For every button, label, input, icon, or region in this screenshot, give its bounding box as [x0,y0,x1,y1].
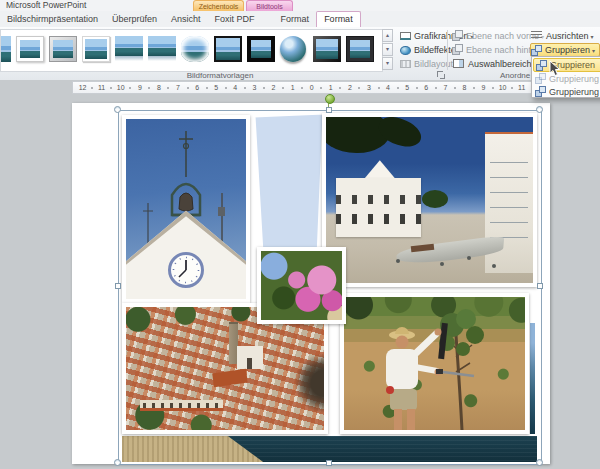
picture-layout-button[interactable]: Bildlayout [399,57,445,70]
ruler-number: 7 [436,82,455,93]
picture-style-white-thin-frame[interactable] [82,36,110,62]
selection-handle-right-middle[interactable] [537,283,543,289]
ruler-number: 0 [302,82,321,93]
contextual-tab-zeichentools[interactable]: Zeichentools [193,0,244,11]
selection-handle-top-right[interactable] [536,106,543,113]
picture-effects-icon [400,46,411,55]
align-button[interactable]: Ausrichten [530,29,600,42]
picture-style-metal-frame[interactable] [49,36,77,62]
ruler-number: 7 [168,82,187,93]
style-preview-image [0,36,11,62]
tab-ansicht[interactable]: Ansicht [164,12,208,27]
menu-item-gruppierung-wiederherstellen[interactable]: Gruppierung wied [533,72,600,85]
selection-handle-bottom-left[interactable] [114,459,121,466]
town-hall-gable [363,160,396,180]
ruler-number: 11 [512,82,531,93]
ruler-number: 6 [417,82,436,93]
style-preview-image [148,36,176,56]
tab-format-zeichentools[interactable]: Format [274,12,317,27]
jetty-stone-area [122,436,537,462]
style-preview-image [280,36,306,62]
picture-style-black-thin-frame[interactable] [214,36,242,62]
ribbon-group-labels: Bildformatvorlagen Anordne [0,71,600,80]
style-preview-image [350,40,370,58]
selection-handle-top-left[interactable] [114,106,121,113]
photo-man-pruning-tree[interactable] [340,293,529,434]
picture-style-metal-sphere[interactable] [280,36,306,62]
horizontal-ruler[interactable]: 12111098765432101234567891011 [72,81,600,94]
style-preview-image [53,40,73,58]
photo-town-square[interactable] [322,113,537,287]
picture-styles-gallery [0,29,383,72]
town-hall-building [336,178,421,236]
group-button[interactable]: Gruppieren [530,43,600,57]
tab-format-bildtools[interactable]: Format [316,11,361,28]
photo-water-jetty[interactable] [122,434,537,462]
ruler-number: 5 [398,82,417,93]
align-icon [531,31,542,40]
menu-item-gruppieren[interactable]: Gruppieren [533,58,600,72]
ruler-number: 6 [188,82,207,93]
tab-ueberpruefen[interactable]: Überprüfen [105,12,164,27]
gallery-scroll-down-icon[interactable]: ▾ [382,43,393,56]
ruler-number: 1 [321,82,340,93]
photo-water-sliver[interactable] [530,323,535,434]
man-and-tree-detail [344,297,525,430]
aerial-church-body [237,346,263,369]
selection-handle-bottom-middle[interactable] [326,460,332,466]
tab-bildschirmpraesentation[interactable]: Bildschirmpräsentation [0,12,105,27]
blue-trapezoid-shape[interactable] [240,112,324,258]
ruler-number: 4 [226,82,245,93]
reflection-effect [148,56,176,61]
ruler-number: 9 [130,82,149,93]
send-backward-icon [452,44,463,55]
gallery-scroll-controls: ▴ ▾ ▾ [382,29,393,71]
photo-pink-flowers[interactable] [257,247,346,324]
gallery-more-icon[interactable]: ▾ [382,57,393,70]
picture-style-black-bevel-frame[interactable] [313,36,341,62]
rotation-handle[interactable] [325,94,335,104]
picture-style-white-frame[interactable] [16,36,44,62]
ruler-number: 5 [207,82,226,93]
style-preview-image [316,39,338,59]
menu-item-gruppierung-aufheben[interactable]: Gruppierung aufh [533,85,600,98]
picture-border-button[interactable]: Grafikrahmen [399,29,445,42]
selection-handle-top-middle[interactable] [326,107,332,113]
send-backward-button[interactable]: Ebene nach hinten [452,43,530,56]
bring-forward-icon [452,30,463,41]
style-preview-image [115,36,143,56]
ruler-number: 4 [379,82,398,93]
picture-style-reflection-soft[interactable] [148,36,176,62]
picture-style-black-thick-frame[interactable] [247,36,275,62]
ruler-number: 8 [149,82,168,93]
style-preview-image [85,39,107,59]
picture-border-icon [400,32,411,40]
chevron-down-icon [592,45,595,55]
group-dropdown-menu: Gruppieren Gruppierung wied Gruppierung … [531,56,600,98]
chevron-down-icon [591,31,594,41]
tab-foxit-pdf[interactable]: Foxit PDF [208,12,262,27]
dialog-launcher-icon[interactable] [437,71,445,79]
selection-pane-button[interactable]: Auswahlbereich [452,57,530,70]
selection-handle-left-middle[interactable] [115,283,121,289]
ruler-number: 3 [245,82,264,93]
style-preview-image [216,38,240,60]
picture-style-plain[interactable] [0,36,11,62]
group-label-anordnen: Anordne [500,71,530,80]
picture-style-reflection[interactable] [115,36,143,62]
group-label-bildformatvorlagen: Bildformatvorlagen [0,71,440,80]
powerpoint-window: { "window": { "title": "Microsoft PowerP… [0,0,600,469]
group-objects-icon [536,60,550,71]
gallery-scroll-up-icon[interactable]: ▴ [382,29,393,42]
reflection-effect [115,56,143,61]
ungroup-objects-icon [535,86,549,97]
contextual-tab-bildtools[interactable]: Bildtools [246,0,293,11]
picture-effects-button[interactable]: Bildeffekte [399,43,445,56]
picture-style-soft-edge[interactable] [181,36,209,62]
selection-handle-bottom-right[interactable] [536,459,543,466]
photo-church-clock-tower[interactable] [122,115,250,303]
picture-style-dark-frame[interactable] [346,36,374,62]
regroup-objects-icon [535,73,549,84]
bring-forward-button[interactable]: Ebene nach vorne [452,29,530,42]
ribbon-tab-row: Bildschirmpräsentation Überprüfen Ansich… [0,11,600,28]
